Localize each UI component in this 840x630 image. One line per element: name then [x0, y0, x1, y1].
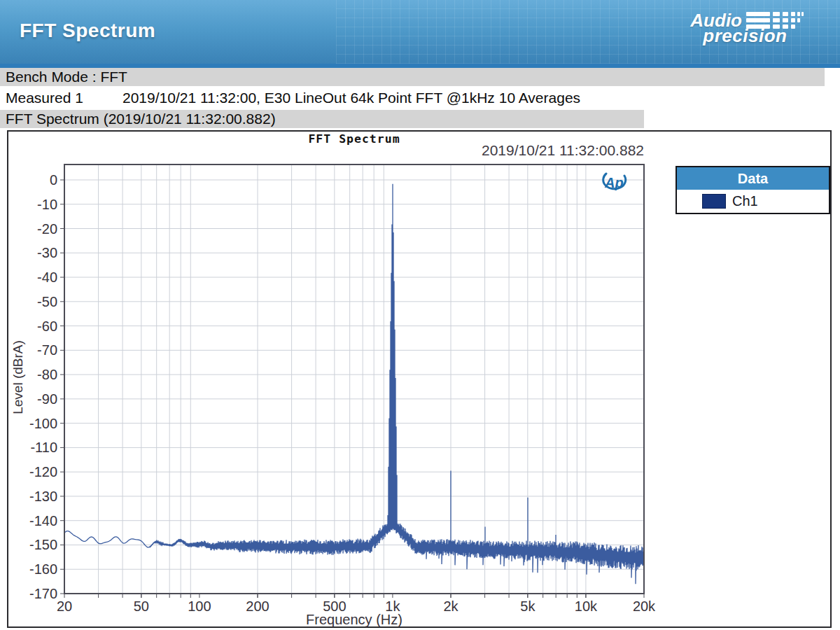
svg-text:-30: -30: [37, 245, 57, 260]
svg-text:-50: -50: [37, 294, 57, 309]
app-header: FFT Spectrum Audio precision: [0, 0, 840, 64]
svg-text:-70: -70: [37, 342, 57, 358]
svg-text:-170: -170: [29, 586, 57, 601]
svg-text:Ap: Ap: [604, 175, 624, 190]
svg-text:-160: -160: [29, 561, 57, 577]
graph-header-bar: FFT Spectrum (2019/10/21 11:32:00.882): [0, 110, 644, 128]
fft-chart-panel: 20501002005001k2k5k10k20k0-10-20-30-40-5…: [7, 130, 832, 628]
ch1-label: Ch1: [732, 193, 758, 209]
svg-text:-80: -80: [37, 367, 57, 382]
chart-timestamp: 2019/10/21 11:32:00.882: [364, 142, 644, 159]
measured-row: Measured 1 2019/10/21 11:32:00, E30 Line…: [0, 86, 840, 110]
svg-text:-20: -20: [37, 221, 57, 237]
svg-text:-10: -10: [37, 197, 57, 212]
svg-text:-140: -140: [29, 513, 57, 528]
fft-report-window: FFT Spectrum Audio precision Bench Mode …: [0, 0, 840, 630]
bench-mode-bar: Bench Mode : FFT: [0, 68, 825, 86]
ch1-color-swatch: [702, 194, 726, 209]
svg-text:-90: -90: [37, 391, 57, 407]
page-title: FFT Spectrum: [20, 20, 155, 42]
legend-title: Data: [677, 167, 829, 190]
svg-text:-120: -120: [29, 464, 57, 479]
svg-text:0: 0: [50, 172, 57, 188]
ap-swoosh-logo: Ap: [596, 170, 633, 195]
measured-value: 2019/10/21 11:32:00, E30 LineOut 64k Poi…: [122, 86, 580, 110]
measured-label: Measured 1: [6, 86, 83, 110]
legend-item-ch1[interactable]: Ch1: [677, 190, 829, 213]
svg-text:-60: -60: [37, 318, 57, 334]
y-axis-title: Level (dBrA): [10, 335, 26, 419]
svg-text:-130: -130: [29, 489, 57, 504]
svg-text:-40: -40: [37, 270, 57, 285]
svg-text:-110: -110: [30, 440, 57, 455]
audio-precision-logo: Audio precision: [690, 11, 804, 45]
x-axis-title: Frequency (Hz): [64, 612, 644, 628]
svg-text:-150: -150: [29, 537, 57, 552]
legend-box: Data Ch1: [676, 166, 830, 214]
svg-text:-100: -100: [29, 416, 57, 431]
